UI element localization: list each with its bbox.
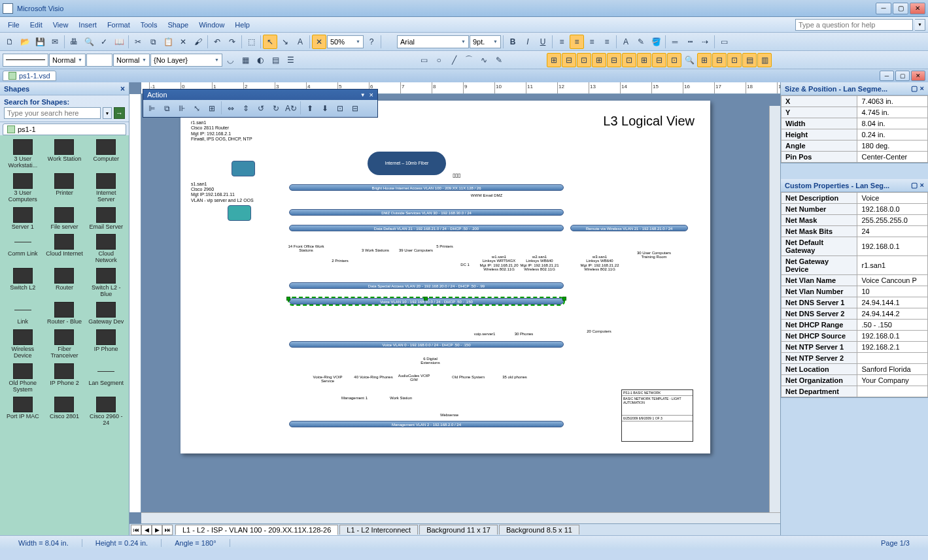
prop-row[interactable]: Net Number192.168.0.0 [782, 204, 928, 215]
font-size-dropdown[interactable]: 9pt.▼ [470, 35, 501, 48]
prop-row[interactable]: Net Vlan Number10 [782, 286, 928, 297]
shape-item[interactable]: Server 1 [3, 206, 43, 232]
send-back-icon[interactable]: ⬇ [318, 101, 332, 116]
corner-rounding-icon[interactable]: ◡ [223, 53, 237, 67]
snap-points-icon[interactable]: ⊟ [652, 53, 666, 67]
size-pos-icon[interactable]: ⊟ [712, 53, 727, 67]
connect-shapes-icon[interactable]: ⤡ [190, 101, 204, 116]
font-color-icon[interactable]: A [619, 35, 633, 49]
pointer-tool-icon[interactable]: ↖ [263, 35, 277, 49]
prop-value[interactable]: Center-Center [857, 152, 928, 163]
pencil-tool-icon[interactable]: ✎ [492, 53, 506, 67]
prop-row[interactable]: X7.4063 in. [782, 96, 928, 107]
layers-icon[interactable]: ☰ [283, 53, 298, 67]
menu-window[interactable]: Window [194, 20, 230, 30]
layout-shapes-icon[interactable]: ⊞ [205, 101, 219, 116]
fill-color-icon[interactable]: 🪣 [649, 35, 663, 49]
paste-icon[interactable]: 📋 [161, 35, 175, 49]
menu-view[interactable]: View [48, 20, 74, 30]
fill-style-dropdown[interactable]: Normal▼ [113, 54, 150, 67]
action-toolbar-dropdown-icon[interactable]: ▼ [360, 92, 366, 98]
rotate-right-icon[interactable]: ↻ [269, 101, 283, 116]
segment-vlan0[interactable]: Voice VLAN 0 - 192.168.0.0 / 24 - DHCP .… [289, 341, 564, 348]
router-r1-icon[interactable] [232, 161, 255, 176]
sheet-prev-button[interactable]: ◀ [141, 525, 152, 535]
prop-value[interactable]: 4.745 in. [857, 107, 928, 118]
shape-item[interactable]: Comm Link [3, 233, 43, 265]
document-tab[interactable]: ps1-1.vsd [3, 71, 56, 81]
cut-icon[interactable]: ✂ [131, 35, 145, 49]
maximize-button[interactable]: ▢ [893, 3, 908, 14]
line-style-preview[interactable] [3, 54, 48, 67]
menu-shape[interactable]: Shape [162, 20, 194, 30]
prop-row[interactable]: Net NTP Server 1192.168.2.1 [782, 342, 928, 353]
shape-item[interactable]: Cloud Network [86, 233, 126, 265]
prop-value[interactable]: r1.san1 [857, 256, 928, 275]
panel-restore-icon[interactable]: ▢ [911, 181, 918, 189]
shapes-search-dropdown[interactable]: ▼ [103, 107, 112, 119]
font-dropdown[interactable]: Arial▼ [397, 35, 469, 48]
shape-item[interactable]: IP Phone 2 [44, 362, 85, 395]
line-color-icon[interactable]: ✎ [634, 35, 648, 49]
text-tool-icon[interactable]: A [293, 35, 307, 49]
menu-format[interactable]: Format [102, 20, 135, 30]
shape-item[interactable]: File server [44, 206, 85, 232]
prop-row[interactable]: Net Default Gateway192.168.0.1 [782, 237, 928, 256]
shape-item[interactable]: Work Station [44, 138, 85, 171]
prop-value[interactable]: 192.168.2.1 [857, 342, 928, 353]
prop-row[interactable]: Net DNS Server 224.94.144.2 [782, 308, 928, 320]
connector-tool-icon[interactable]: ↘ [278, 35, 292, 49]
menu-insert[interactable]: Insert [73, 20, 102, 30]
sheet-last-button[interactable]: ⏭ [162, 525, 173, 535]
selection-handle[interactable] [424, 297, 428, 301]
doc-close-button[interactable]: ✕ [911, 71, 925, 81]
shapes-window-icon[interactable]: ⬚ [244, 35, 258, 49]
prop-value[interactable] [857, 353, 928, 364]
shape-item[interactable]: Cisco 2960 - 24 [86, 395, 126, 428]
shape-item[interactable]: Router [44, 267, 85, 299]
stencil-tab[interactable]: ps1-1 [3, 124, 126, 135]
italic-icon[interactable]: I [521, 35, 535, 49]
rectangle-tool-icon[interactable]: ▭ [417, 53, 431, 67]
bold-icon[interactable]: B [506, 35, 520, 49]
segment-vlan100[interactable]: Bright House Internet Access VLAN 100 - … [289, 184, 564, 191]
prop-value[interactable]: 8.04 in. [857, 118, 928, 129]
line-pattern-icon[interactable]: ┅ [683, 35, 697, 49]
switch-s1-icon[interactable] [228, 205, 251, 221]
align-shapes-icon[interactable]: ⧉ [160, 101, 174, 116]
vertical-scrollbar[interactable] [769, 106, 780, 512]
shapes-search-go-button[interactable]: → [114, 107, 125, 119]
prop-row[interactable]: Net Gateway Devicer1.san1 [782, 256, 928, 275]
undo-icon[interactable]: ↶ [210, 35, 224, 49]
shape-item[interactable]: Computer [86, 138, 126, 171]
layer-dropdown[interactable]: {No Layer}▼ [150, 54, 222, 67]
line-ends-icon[interactable]: ⇢ [698, 35, 712, 49]
shape-item[interactable]: Switch L2 [3, 267, 43, 299]
help-dropdown-button[interactable]: ▼ [915, 19, 925, 31]
shapes-close-icon[interactable]: × [120, 84, 125, 93]
menu-file[interactable]: File [3, 20, 25, 30]
prop-value[interactable]: 192.168.0.1 [857, 237, 928, 256]
shape-item[interactable]: Old Phone System [3, 362, 43, 395]
prop-row[interactable]: Net LocationSanford Florida [782, 364, 928, 375]
segment-vlan30[interactable]: DMZ Outside Services VLAN 30 - 192.168.3… [289, 209, 564, 216]
snap-geometry-icon[interactable]: ⊡ [622, 53, 636, 67]
doc-minimize-button[interactable]: ─ [880, 71, 894, 81]
copy-icon[interactable]: ⧉ [146, 35, 160, 49]
zoom-icon[interactable]: 🔍 [682, 53, 696, 67]
redo-icon[interactable]: ↷ [225, 35, 239, 49]
help-icon[interactable]: ? [364, 35, 379, 49]
prop-row[interactable]: Net DNS Server 124.94.144.1 [782, 297, 928, 308]
drawing-explorer-icon[interactable]: ⊞ [697, 53, 712, 67]
prop-value[interactable]: 180 deg. [857, 140, 928, 152]
prop-value[interactable]: 192.168.0.0 [857, 204, 928, 215]
shape-item[interactable]: 3 User Computers [3, 172, 43, 205]
prop-value[interactable]: Voice [857, 193, 928, 204]
snap-ruler-icon[interactable]: ⊟ [562, 53, 576, 67]
sheet-next-button[interactable]: ▶ [152, 525, 162, 535]
snap-glue-icon[interactable]: ⊞ [547, 53, 561, 67]
layer-props-icon[interactable]: ▤ [268, 53, 283, 67]
prop-value[interactable]: 24.94.144.1 [857, 297, 928, 308]
arc-tool-icon[interactable]: ⌒ [462, 53, 476, 67]
menu-help[interactable]: Help [230, 20, 255, 30]
